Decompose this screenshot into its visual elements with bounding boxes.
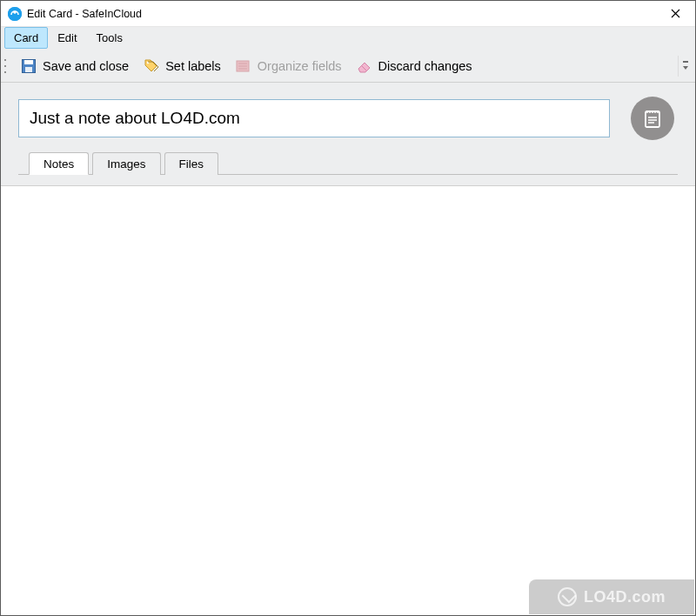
tab-files[interactable]: Files bbox=[164, 152, 219, 175]
notepad-icon bbox=[641, 107, 664, 130]
set-labels-button[interactable]: Set labels bbox=[136, 54, 228, 78]
svg-rect-3 bbox=[24, 60, 33, 64]
tags-icon bbox=[143, 57, 160, 75]
organize-fields-button: Organize fields bbox=[228, 54, 349, 78]
titlebar-controls bbox=[655, 1, 695, 26]
discard-changes-button[interactable]: Discard changes bbox=[349, 54, 479, 78]
svg-rect-7 bbox=[683, 61, 688, 63]
close-button[interactable] bbox=[655, 2, 695, 26]
discard-changes-label: Discard changes bbox=[378, 59, 472, 73]
set-labels-label: Set labels bbox=[165, 59, 221, 73]
toolbar-overflow-icon[interactable] bbox=[678, 56, 690, 77]
menu-card[interactable]: Card bbox=[4, 27, 48, 49]
header-panel: Notes Images Files bbox=[1, 83, 695, 186]
card-title-row bbox=[18, 97, 678, 140]
card-title-input[interactable] bbox=[18, 99, 610, 137]
svg-rect-8 bbox=[646, 111, 659, 127]
titlebar: Edit Card - SafeInCloud bbox=[1, 1, 695, 27]
card-type-icon[interactable] bbox=[631, 97, 674, 140]
menu-tools[interactable]: Tools bbox=[87, 27, 132, 49]
save-and-close-label: Save and close bbox=[43, 59, 129, 73]
save-and-close-button[interactable]: Save and close bbox=[13, 54, 136, 78]
eraser-icon bbox=[356, 57, 373, 75]
window-title: Edit Card - SafeInCloud bbox=[27, 8, 655, 20]
svg-point-0 bbox=[8, 7, 22, 21]
menubar: Card Edit Tools bbox=[1, 27, 695, 50]
app-icon bbox=[8, 7, 22, 21]
organize-icon bbox=[235, 57, 252, 75]
notes-content[interactable] bbox=[1, 186, 695, 615]
tab-notes[interactable]: Notes bbox=[29, 152, 89, 175]
save-icon bbox=[20, 57, 37, 75]
tabs: Notes Images Files bbox=[18, 151, 678, 175]
organize-fields-label: Organize fields bbox=[258, 59, 342, 73]
window: Edit Card - SafeInCloud Card Edit Tools bbox=[0, 0, 696, 616]
svg-rect-4 bbox=[25, 67, 32, 72]
menu-edit[interactable]: Edit bbox=[48, 27, 86, 49]
toolbar: Save and close Set labels Organize field… bbox=[1, 50, 695, 83]
toolbar-grip bbox=[4, 56, 10, 77]
svg-point-1 bbox=[13, 10, 16, 13]
tab-images[interactable]: Images bbox=[92, 152, 160, 175]
